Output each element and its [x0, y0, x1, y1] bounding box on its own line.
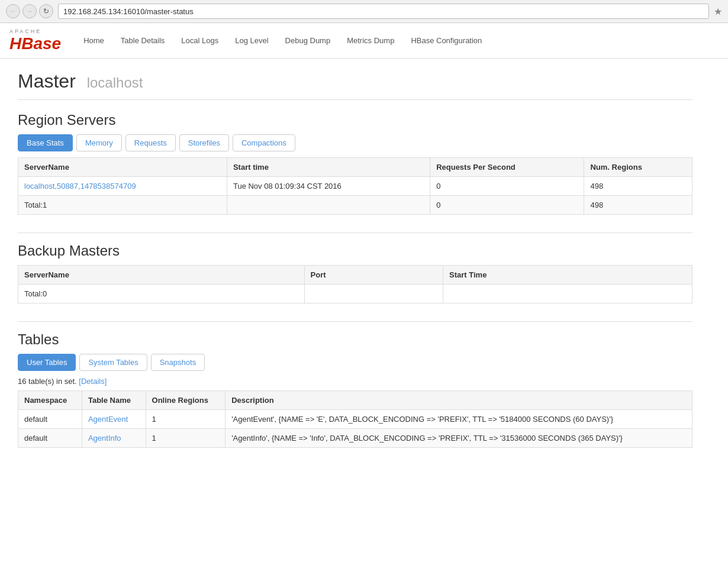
back-button[interactable]: ←	[6, 4, 20, 18]
tables-details-link[interactable]: [Details]	[79, 377, 107, 386]
description-cell-1: 'AgentInfo', {NAME => 'Info', DATA_BLOCK…	[226, 429, 692, 448]
table-name-link-0[interactable]: AgentEvent	[88, 415, 128, 424]
total-start-time	[227, 196, 430, 215]
tab-storefiles[interactable]: Storefiles	[179, 134, 229, 151]
server-name-cell: localhost,50887,1478538574709	[18, 177, 227, 196]
backup-masters-heading: Backup Masters	[18, 243, 692, 259]
tables-count: 16 table(s) in set.	[18, 377, 77, 386]
backup-total-start-time	[443, 285, 692, 303]
server-name-link[interactable]: localhost,50887,1478538574709	[24, 182, 136, 190]
online-regions-cell-0: 1	[146, 410, 226, 429]
backup-total-label: Total:0	[18, 285, 305, 303]
backup-col-port: Port	[304, 266, 443, 285]
page-title-text: Master	[18, 70, 76, 92]
tab-memory[interactable]: Memory	[76, 134, 122, 151]
nav-home[interactable]: Home	[75, 31, 112, 50]
col-num-regions: Num. Regions	[584, 158, 692, 177]
region-servers-heading: Region Servers	[18, 112, 692, 128]
section-divider-1	[18, 233, 692, 233]
backup-total-row: Total:0	[18, 285, 692, 303]
navbar: APACHE HBase Home Table Details Local Lo…	[0, 23, 728, 59]
tab-requests[interactable]: Requests	[125, 134, 176, 151]
backup-col-start-time: Start Time	[443, 266, 692, 285]
tab-base-stats[interactable]: Base Stats	[18, 134, 73, 151]
region-servers-section: Region Servers Base Stats Memory Request…	[18, 112, 692, 215]
total-label: Total:1	[18, 196, 227, 215]
nav-table-details[interactable]: Table Details	[112, 31, 173, 50]
tables-tabs: User Tables System Tables Snapshots	[18, 354, 692, 371]
total-regions: 498	[584, 196, 692, 215]
hbase-label: HBase	[9, 35, 61, 52]
total-row: Total:1 0 498	[18, 196, 692, 215]
total-requests: 0	[430, 196, 584, 215]
tables-col-online-regions: Online Regions	[146, 391, 226, 410]
backup-masters-section: Backup Masters ServerName Port Start Tim…	[18, 243, 692, 303]
start-time-cell: Tue Nov 08 01:09:34 CST 2016	[227, 177, 430, 196]
region-servers-table: ServerName Start time Requests Per Secon…	[18, 157, 692, 215]
nav-buttons: ← → ↻	[6, 4, 53, 18]
table-name-cell-0: AgentEvent	[82, 410, 146, 429]
section-divider-2	[18, 321, 692, 322]
nav-links: Home Table Details Local Logs Log Level …	[75, 31, 490, 50]
description-cell-0: 'AgentEvent', {NAME => 'E', DATA_BLOCK_E…	[226, 410, 692, 429]
region-servers-tabs: Base Stats Memory Requests Storefiles Co…	[18, 134, 692, 151]
tab-user-tables[interactable]: User Tables	[18, 354, 76, 371]
tables-heading: Tables	[18, 331, 692, 348]
tables-col-table-name: Table Name	[82, 391, 146, 410]
table-row: default AgentInfo 1 'AgentInfo', {NAME =…	[18, 429, 692, 448]
nav-metrics-dump[interactable]: Metrics Dump	[339, 31, 402, 50]
nav-log-level[interactable]: Log Level	[227, 31, 276, 50]
nav-local-logs[interactable]: Local Logs	[173, 31, 227, 50]
tab-compactions[interactable]: Compactions	[233, 134, 295, 151]
table-row: default AgentEvent 1 'AgentEvent', {NAME…	[18, 410, 692, 429]
backup-total-port	[304, 285, 443, 303]
bookmark-icon[interactable]: ★	[714, 6, 722, 17]
requests-per-second-cell: 0	[430, 177, 584, 196]
refresh-button[interactable]: ↻	[39, 4, 53, 18]
backup-masters-table: ServerName Port Start Time Total:0	[18, 265, 692, 303]
col-requests-per-second: Requests Per Second	[430, 158, 584, 177]
tables-info: 16 table(s) in set. [Details]	[18, 377, 692, 386]
page-title: Master localhost	[18, 70, 692, 92]
col-server-name: ServerName	[18, 158, 227, 177]
tables-col-description: Description	[226, 391, 692, 410]
namespace-cell-1: default	[18, 429, 82, 448]
online-regions-cell-1: 1	[146, 429, 226, 448]
nav-debug-dump[interactable]: Debug Dump	[277, 31, 339, 50]
logo: APACHE HBase	[9, 29, 61, 52]
table-name-cell-1: AgentInfo	[82, 429, 146, 448]
num-regions-cell: 498	[584, 177, 692, 196]
title-divider	[18, 99, 692, 100]
table-row: localhost,50887,1478538574709 Tue Nov 08…	[18, 177, 692, 196]
col-start-time: Start time	[227, 158, 430, 177]
nav-hbase-configuration[interactable]: HBase Configuration	[402, 31, 490, 50]
table-name-link-1[interactable]: AgentInfo	[88, 434, 121, 443]
tables-col-namespace: Namespace	[18, 391, 82, 410]
forward-button[interactable]: →	[22, 4, 37, 18]
apache-label: APACHE	[9, 29, 61, 34]
tab-system-tables[interactable]: System Tables	[79, 354, 147, 371]
main-content: Master localhost Region Servers Base Sta…	[0, 59, 710, 477]
browser-chrome: ← → ↻ ★	[0, 0, 728, 23]
tables-section: Tables User Tables System Tables Snapsho…	[18, 331, 692, 448]
address-bar[interactable]	[58, 4, 709, 19]
backup-col-server-name: ServerName	[18, 266, 305, 285]
namespace-cell-0: default	[18, 410, 82, 429]
tables-table: Namespace Table Name Online Regions Desc…	[18, 390, 692, 448]
page-hostname: localhost	[87, 75, 143, 91]
tab-snapshots[interactable]: Snapshots	[151, 354, 205, 371]
